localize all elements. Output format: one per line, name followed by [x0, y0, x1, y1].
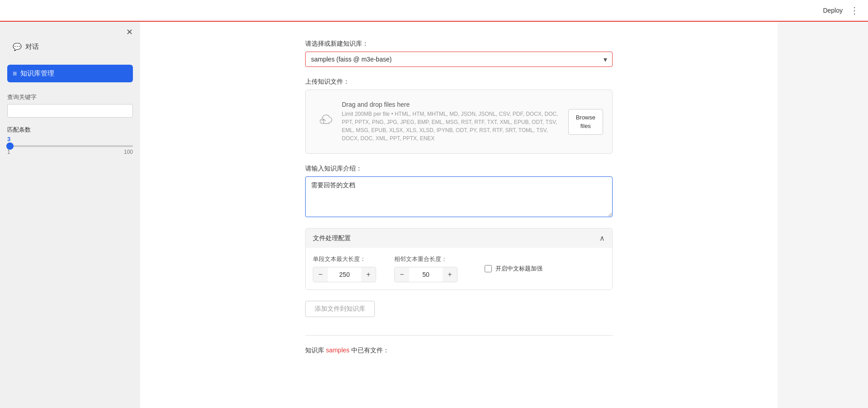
top-bar: Deploy ⋮: [0, 0, 868, 22]
processing-title: 文件处理配置: [313, 234, 351, 242]
query-keyword-label: 查询关键字: [7, 93, 133, 101]
divider: [305, 335, 613, 336]
processing-row: 单段文本最大长度： − 250 + 相邻文本重合长度： − 50: [313, 255, 605, 282]
existing-files-prefix: 知识库: [305, 346, 324, 354]
existing-files-suffix: 中已有文件：: [351, 346, 389, 354]
slider-labels: 1 100: [7, 149, 133, 155]
overlap-value: 50: [409, 268, 443, 281]
close-button[interactable]: ✕: [126, 27, 133, 37]
deploy-label: Deploy: [823, 7, 843, 14]
overlap-col: 相邻文本重合长度： − 50 +: [394, 255, 458, 282]
max-text-value: 250: [328, 268, 361, 281]
slider-max: 100: [124, 149, 133, 155]
search-input[interactable]: [7, 104, 133, 118]
overlap-label: 相邻文本重合长度：: [394, 255, 458, 263]
desc-label: 请输入知识库介绍：: [305, 165, 613, 173]
add-files-button[interactable]: 添加文件到知识库: [305, 301, 375, 317]
existing-files-label: 知识库 samples 中已有文件：: [305, 346, 613, 355]
browse-files-button[interactable]: Browse files: [568, 109, 603, 135]
existing-kb-name: samples: [326, 346, 349, 354]
upload-dropzone[interactable]: Drag and drop files here Limit 200MB per…: [305, 90, 613, 154]
kb-select[interactable]: samples (faiss @ m3e-base): [305, 52, 613, 67]
kb-select-label: 请选择或新建知识库：: [305, 40, 613, 48]
kb-icon: ≡: [13, 70, 17, 78]
form-section: 请选择或新建知识库： samples (faiss @ m3e-base) ▾ …: [305, 40, 613, 355]
more-icon[interactable]: ⋮: [850, 5, 859, 16]
content-area: 请选择或新建知识库： samples (faiss @ m3e-base) ▾ …: [140, 22, 778, 408]
kb-select-wrapper: samples (faiss @ m3e-base) ▾: [305, 52, 613, 67]
sidebar-item-kb-manage[interactable]: ≡ 知识库管理: [7, 65, 133, 82]
max-text-plus-button[interactable]: +: [361, 267, 376, 282]
sidebar: ✕ 💬 对话 ≡ 知识库管理 查询关键字 匹配条数 3 1 100: [0, 22, 140, 408]
chinese-title-checkbox-row: 开启中文标题加强: [485, 265, 542, 273]
slider-thumb: [6, 142, 14, 150]
match-count-slider[interactable]: [7, 145, 133, 147]
upload-text: Drag and drop files here Limit 200MB per…: [342, 101, 559, 142]
processing-body: 单段文本最大长度： − 250 + 相邻文本重合长度： − 50: [306, 248, 612, 289]
match-count-label: 匹配条数: [7, 126, 133, 134]
overlap-stepper: − 50 +: [394, 267, 458, 282]
chevron-up-icon: ∧: [599, 234, 605, 242]
overlap-plus-button[interactable]: +: [443, 267, 457, 282]
max-text-stepper: − 250 +: [313, 267, 376, 282]
slider-track: [7, 145, 133, 147]
kb-description-textarea[interactable]: 需要回答的文档: [305, 176, 613, 217]
slider-min: 1: [7, 149, 10, 155]
processing-header[interactable]: 文件处理配置 ∧: [306, 228, 612, 248]
sidebar-item-chat-label: 对话: [25, 43, 39, 51]
right-panel: [778, 22, 868, 408]
chat-icon: 💬: [13, 43, 22, 51]
drag-drop-text: Drag and drop files here: [342, 101, 559, 108]
sidebar-item-kb-label: 知识库管理: [20, 69, 54, 78]
cloud-upload-icon: [315, 113, 333, 131]
main-layout: ✕ 💬 对话 ≡ 知识库管理 查询关键字 匹配条数 3 1 100 请选择或新建: [0, 22, 868, 408]
max-text-col: 单段文本最大长度： − 250 +: [313, 255, 376, 282]
chinese-title-label: 开启中文标题加强: [495, 265, 542, 273]
sidebar-item-chat[interactable]: 💬 对话: [7, 38, 133, 56]
chinese-title-checkbox[interactable]: [485, 265, 492, 272]
upload-label: 上传知识文件：: [305, 78, 613, 86]
upload-limit-text: Limit 200MB per file • HTML, HTM, MHTML,…: [342, 110, 559, 142]
match-count-value: 3: [7, 136, 133, 142]
processing-section: 文件处理配置 ∧ 单段文本最大长度： − 250 +: [305, 228, 613, 290]
overlap-minus-button[interactable]: −: [395, 267, 409, 282]
max-text-label: 单段文本最大长度：: [313, 255, 376, 263]
max-text-minus-button[interactable]: −: [313, 267, 328, 282]
